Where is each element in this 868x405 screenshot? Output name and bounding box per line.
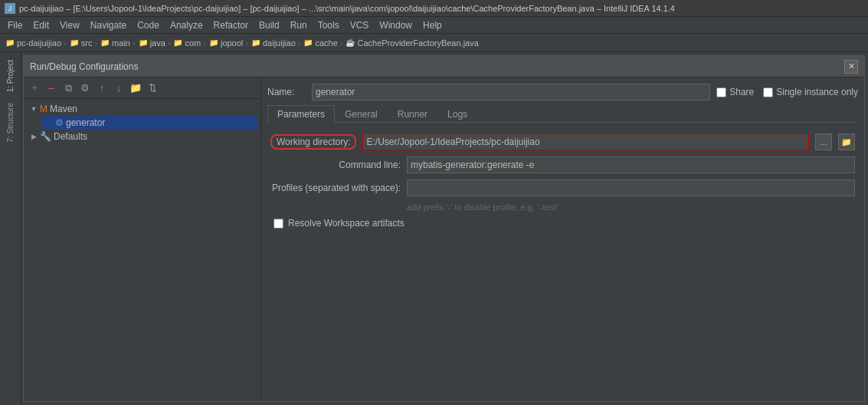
- menu-run[interactable]: Run: [286, 18, 312, 32]
- working-dir-label: Working directory:: [270, 134, 356, 150]
- sidebar-item-structure[interactable]: 7: Structure: [3, 98, 18, 147]
- settings-button[interactable]: ⚙: [77, 81, 93, 96]
- share-checkbox-row: Share: [716, 87, 754, 97]
- profiles-row: Profiles (separated with space):: [270, 179, 855, 196]
- resolve-checkbox[interactable]: [274, 219, 283, 229]
- remove-config-button[interactable]: –: [44, 81, 59, 96]
- add-config-button[interactable]: +: [27, 81, 42, 96]
- run-debug-dialog: Run/Debug Configurations ✕ + – ⧉ ⚙ ↑ ↓ 📁…: [23, 55, 865, 402]
- dialog-title-bar: Run/Debug Configurations ✕: [24, 56, 864, 77]
- folder-icon: 📁: [69, 38, 80, 48]
- move-up-button[interactable]: ↑: [94, 81, 110, 96]
- title-text: pc-daijuijiao – [E:\Users\Jopool-1\IdeaP…: [19, 4, 675, 13]
- breadcrumb: 📁 pc-daijuijiao › 📁 src › 📁 main › 📁 jav…: [0, 34, 868, 52]
- name-header-row: Name: Share Single instance only: [267, 84, 858, 100]
- tab-runner[interactable]: Runner: [388, 105, 437, 123]
- menu-navigate[interactable]: Navigate: [86, 18, 131, 32]
- working-dir-row: Working directory: … 📁: [270, 133, 855, 150]
- defaults-icon: 🔧: [40, 131, 51, 142]
- resolve-label: Resolve Workspace artifacts: [288, 218, 405, 229]
- folder-button[interactable]: 📁: [128, 81, 143, 96]
- tree-children-maven: ⚙ generator: [27, 116, 257, 130]
- share-label: Share: [729, 87, 754, 97]
- name-input[interactable]: [312, 84, 710, 100]
- menu-build[interactable]: Build: [254, 18, 284, 32]
- share-checkbox[interactable]: [716, 87, 726, 97]
- folder-icon: 📁: [172, 38, 183, 48]
- tabs-bar: Parameters General Runner Logs: [267, 105, 858, 123]
- folder-icon: 📁: [251, 38, 261, 48]
- dialog-close-button[interactable]: ✕: [844, 60, 858, 74]
- tab-parameters[interactable]: Parameters: [267, 105, 335, 123]
- single-instance-checkbox-row: Single instance only: [763, 87, 858, 97]
- tree-node-defaults[interactable]: ▶ 🔧 Defaults: [27, 130, 257, 143]
- dialog-title: Run/Debug Configurations: [30, 61, 138, 72]
- menu-refactor[interactable]: Refactor: [209, 18, 253, 32]
- share-row: Share Single instance only: [716, 87, 858, 97]
- name-label: Name:: [267, 87, 306, 97]
- menu-analyze[interactable]: Analyze: [165, 18, 208, 32]
- menu-view[interactable]: View: [55, 18, 84, 32]
- folder-icon: 📁: [303, 38, 313, 48]
- menu-bar: File Edit View Navigate Code Analyze Ref…: [0, 17, 868, 34]
- profiles-input[interactable]: [407, 179, 855, 196]
- working-dir-browse-button[interactable]: …: [815, 133, 832, 150]
- tree-toggle-generator: [45, 119, 53, 127]
- maven-icon: M: [40, 104, 47, 114]
- tree-node-maven[interactable]: ▼ M Maven: [27, 102, 257, 116]
- tree-content: ▼ M Maven ⚙ generator ▶ 🔧: [24, 99, 260, 401]
- parameters-content: Working directory: … 📁 Command line: Pro…: [267, 127, 858, 395]
- java-file-icon: ☕: [345, 38, 355, 48]
- tab-general[interactable]: General: [335, 105, 388, 123]
- dialog-body: + – ⧉ ⚙ ↑ ↓ 📁 ⇅ ▼ M Maven: [24, 77, 864, 401]
- left-sidebar: 1: Project 7: Structure: [0, 52, 21, 405]
- tree-label-maven: Maven: [50, 104, 77, 114]
- sort-button[interactable]: ⇅: [145, 81, 160, 96]
- tree-label-defaults: Defaults: [54, 131, 87, 142]
- tree-label-generator: generator: [66, 117, 105, 128]
- tree-toggle-defaults: ▶: [30, 133, 38, 140]
- folder-icon: 📁: [138, 38, 149, 48]
- menu-vcs[interactable]: VCS: [346, 18, 374, 32]
- tree-toggle-maven: ▼: [30, 105, 38, 113]
- command-line-label: Command line:: [270, 160, 401, 170]
- config-tree-panel: + – ⧉ ⚙ ↑ ↓ 📁 ⇅ ▼ M Maven: [24, 77, 261, 401]
- command-line-row: Command line:: [270, 156, 855, 173]
- move-down-button[interactable]: ↓: [111, 81, 126, 96]
- copy-config-button[interactable]: ⧉: [61, 81, 76, 96]
- config-right-panel: Name: Share Single instance only: [261, 77, 864, 401]
- config-icon: ⚙: [55, 117, 64, 128]
- app-icon: J: [5, 3, 15, 14]
- sidebar-item-project[interactable]: 1: Project: [3, 55, 18, 97]
- profiles-hint: add prefix '-' to disable profile, e.g. …: [407, 202, 855, 212]
- breadcrumb-project[interactable]: 📁 pc-daijuijiao: [5, 38, 61, 48]
- single-instance-label: Single instance only: [776, 87, 858, 97]
- resolve-row: Resolve Workspace artifacts: [274, 218, 855, 229]
- folder-icon: 📁: [5, 38, 15, 48]
- working-dir-input[interactable]: [362, 133, 809, 150]
- command-line-input[interactable]: [407, 156, 855, 173]
- tree-toolbar: + – ⧉ ⚙ ↑ ↓ 📁 ⇅: [24, 77, 260, 99]
- tab-logs[interactable]: Logs: [437, 105, 477, 123]
- menu-file[interactable]: File: [3, 18, 27, 32]
- menu-help[interactable]: Help: [418, 18, 447, 32]
- tree-node-generator[interactable]: ⚙ generator: [42, 116, 257, 130]
- menu-code[interactable]: Code: [133, 18, 164, 32]
- title-bar: J pc-daijuijiao – [E:\Users\Jopool-1\Ide…: [0, 0, 868, 17]
- menu-edit[interactable]: Edit: [28, 18, 54, 32]
- profiles-label: Profiles (separated with space):: [270, 183, 401, 193]
- main-area: 1: Project 7: Structure Run/Debug Config…: [0, 52, 868, 405]
- menu-tools[interactable]: Tools: [313, 18, 344, 32]
- folder-icon: 📁: [100, 38, 110, 48]
- folder-icon: 📁: [208, 38, 219, 48]
- single-instance-checkbox[interactable]: [763, 87, 773, 97]
- working-dir-folder-button[interactable]: 📁: [838, 133, 855, 150]
- menu-window[interactable]: Window: [375, 18, 417, 32]
